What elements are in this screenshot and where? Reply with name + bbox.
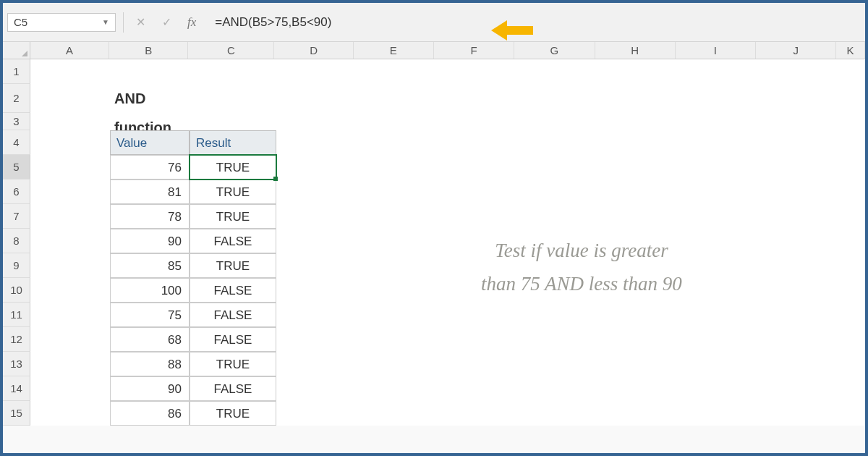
row-header[interactable]: 3	[3, 113, 30, 130]
title-cell[interactable]: AND function	[110, 84, 190, 113]
col-header[interactable]: G	[514, 42, 595, 59]
table-cell-result[interactable]: FALSE	[190, 376, 276, 401]
table-cell-value[interactable]: 78	[110, 204, 190, 229]
table-cell-result[interactable]: FALSE	[190, 278, 276, 303]
col-header[interactable]: C	[188, 42, 274, 59]
cell[interactable]	[30, 278, 110, 303]
row-header[interactable]: 11	[3, 303, 30, 327]
row-header[interactable]: 1	[3, 59, 30, 84]
divider	[123, 12, 124, 33]
cell[interactable]	[30, 130, 110, 155]
cell[interactable]	[30, 113, 110, 130]
table-cell-value[interactable]: 88	[110, 352, 190, 376]
cell[interactable]	[276, 59, 356, 84]
cell[interactable]	[110, 59, 190, 84]
chevron-down-icon[interactable]: ▼	[102, 18, 109, 26]
table-cell-result[interactable]: TRUE	[190, 401, 276, 426]
annotation-text: Test if value is greater than 75 AND les…	[408, 235, 755, 301]
cell[interactable]	[30, 155, 110, 180]
cell[interactable]	[190, 113, 276, 130]
cell[interactable]	[190, 84, 276, 113]
row-header[interactable]: 5	[3, 155, 30, 180]
formula-text: =AND(B5>75,B5<90)	[215, 15, 331, 30]
table-cell-result[interactable]: TRUE	[190, 352, 276, 376]
table-cell-value[interactable]: 86	[110, 401, 190, 426]
row-header[interactable]: 8	[3, 229, 30, 253]
row-header[interactable]: 15	[3, 401, 30, 426]
cell[interactable]	[30, 229, 110, 253]
cell[interactable]	[110, 113, 190, 130]
row-header[interactable]: 10	[3, 278, 30, 303]
col-header[interactable]: J	[756, 42, 836, 59]
table-cell-value[interactable]: 90	[110, 376, 190, 401]
name-box-value: C5	[14, 16, 27, 28]
annotation-line: Test if value is greater	[408, 235, 755, 268]
row-header[interactable]: 12	[3, 327, 30, 352]
table-cell-value[interactable]: 90	[110, 229, 190, 253]
row-header[interactable]: 9	[3, 253, 30, 278]
col-header[interactable]: F	[434, 42, 514, 59]
table-cell-result[interactable]: TRUE	[190, 180, 276, 204]
table-cell-result[interactable]: FALSE	[190, 229, 276, 253]
cell[interactable]	[190, 59, 276, 84]
svg-marker-0	[491, 20, 533, 41]
table-cell-value[interactable]: 76	[110, 155, 190, 180]
row-header[interactable]: 13	[3, 352, 30, 376]
cell[interactable]	[30, 401, 110, 426]
row-header[interactable]: 6	[3, 180, 30, 204]
col-header[interactable]: K	[836, 42, 865, 59]
fx-icon[interactable]: fx	[183, 15, 200, 30]
col-header[interactable]: B	[109, 42, 188, 59]
table-cell-result[interactable]: FALSE	[190, 327, 276, 352]
cell[interactable]	[30, 59, 110, 84]
cell[interactable]	[276, 84, 356, 113]
cell[interactable]	[30, 303, 110, 327]
table-cell-value[interactable]: 100	[110, 278, 190, 303]
row-header[interactable]: 7	[3, 204, 30, 229]
formula-input[interactable]: =AND(B5>75,B5<90)	[208, 13, 410, 32]
col-header[interactable]: A	[30, 42, 109, 59]
cell[interactable]	[30, 352, 110, 376]
column-headers: A B C D E F G H I J K	[3, 42, 865, 59]
table-cell-result[interactable]: TRUE	[190, 204, 276, 229]
table-cell-value[interactable]: 85	[110, 253, 190, 278]
cell[interactable]	[30, 253, 110, 278]
col-header[interactable]: I	[676, 42, 756, 59]
row-header[interactable]: 2	[3, 84, 30, 113]
annotation-line: than 75 AND less than 90	[408, 268, 755, 301]
arrow-annotation-icon	[491, 17, 535, 43]
enter-icon[interactable]: ✓	[157, 13, 176, 32]
cell[interactable]	[30, 376, 110, 401]
select-all-corner[interactable]	[3, 42, 30, 59]
col-header[interactable]: D	[274, 42, 353, 59]
cell[interactable]	[30, 327, 110, 352]
table-header-value[interactable]: Value	[110, 130, 190, 155]
cell[interactable]	[30, 180, 110, 204]
table-header-result[interactable]: Result	[190, 130, 276, 155]
table-cell-value[interactable]: 68	[110, 327, 190, 352]
cancel-icon[interactable]: ✕	[131, 13, 150, 32]
row-header[interactable]: 14	[3, 376, 30, 401]
table-cell-result[interactable]: TRUE	[190, 253, 276, 278]
col-header[interactable]: E	[354, 42, 434, 59]
name-box[interactable]: C5 ▼	[7, 13, 116, 32]
cell[interactable]	[30, 84, 110, 113]
row-header[interactable]: 4	[3, 130, 30, 155]
table-cell-result[interactable]: FALSE	[190, 303, 276, 327]
table-cell-result[interactable]: TRUE	[190, 155, 276, 180]
formula-bar: C5 ▼ ✕ ✓ fx =AND(B5>75,B5<90)	[3, 3, 865, 42]
table-cell-value[interactable]: 81	[110, 180, 190, 204]
cell[interactable]	[30, 204, 110, 229]
col-header[interactable]: H	[595, 42, 676, 59]
table-cell-value[interactable]: 75	[110, 303, 190, 327]
